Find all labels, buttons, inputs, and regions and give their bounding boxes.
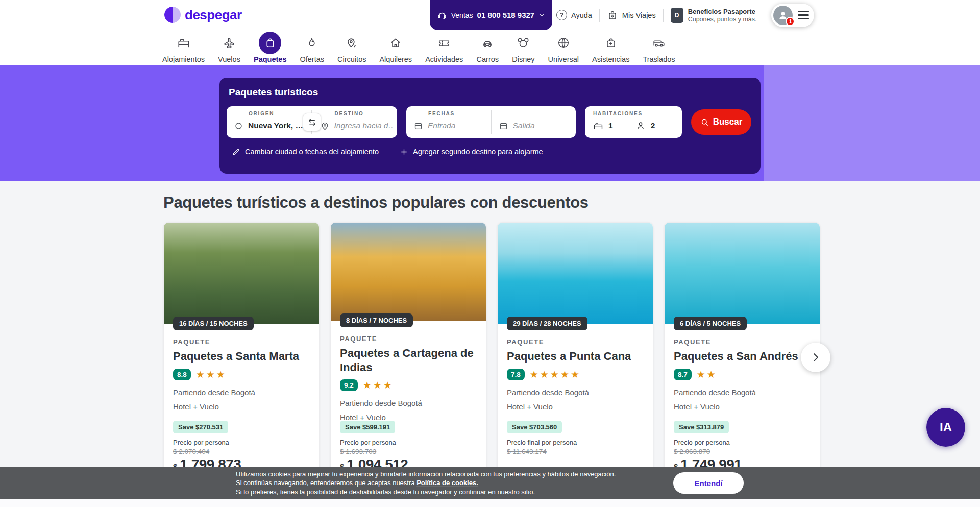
divider: [389, 146, 389, 157]
destination-placeholder: Ingresa hacia d…: [334, 121, 394, 130]
departure-city: Partiendo desde Bogotá: [173, 388, 310, 397]
add-second-destination-link[interactable]: Agregar segundo destino para alojarme: [400, 148, 543, 156]
package-card-cartagena[interactable]: 8 DÍAS / 7 NOCHES PAQUETE Paquetes a Car…: [330, 222, 486, 481]
headset-icon: [437, 10, 447, 20]
nav-item-circuitos[interactable]: Circuitos: [337, 30, 366, 65]
car-icon: [476, 32, 499, 54]
checkin-placeholder: Entrada: [428, 121, 455, 130]
notification-badge: 1: [786, 17, 795, 26]
origin-circle-icon: [234, 121, 243, 131]
nav-item-alquileres[interactable]: Alquileres: [379, 30, 412, 65]
card-photo-san-andres: 6 DÍAS / 5 NOCHES: [665, 223, 820, 324]
nav-label: Alojamientos: [162, 55, 205, 63]
save-badge: Save $270.531: [173, 421, 228, 433]
product-nav: Alojamientos Vuelos Paquetes Ofertas Cir…: [162, 30, 675, 65]
ai-assistant-button[interactable]: IA: [926, 408, 965, 447]
nav-item-disney[interactable]: Disney: [512, 30, 534, 65]
old-price: $ 11.643.174: [507, 448, 644, 455]
departure-city: Partiendo desde Bogotá: [340, 399, 477, 407]
rooms-count: 1: [608, 121, 613, 130]
nav-label: Alquileres: [379, 55, 412, 63]
card-photo-punta-cana: 29 DÍAS / 28 NOCHES: [498, 223, 653, 324]
nav-item-actividades[interactable]: Actividades: [425, 30, 463, 65]
cookie-banner: Utilizamos cookies para mejorar tu exper…: [0, 467, 980, 499]
chevron-right-icon: [810, 351, 822, 364]
old-price: $ 2.063.870: [674, 448, 811, 455]
rating-badge: 9.2: [340, 379, 358, 391]
my-trips-label: Mis Viajes: [622, 11, 656, 19]
nav-item-ofertas[interactable]: Ofertas: [300, 30, 325, 65]
ticket-icon: [433, 32, 455, 54]
search-button[interactable]: Buscar: [691, 109, 751, 135]
nav-item-carros[interactable]: Carros: [476, 30, 499, 65]
nav-item-vuelos[interactable]: Vuelos: [218, 30, 240, 65]
flame-icon: [301, 32, 323, 54]
duration-badge: 16 DÍAS / 15 NOCHES: [173, 317, 254, 330]
rooms-selector[interactable]: HABITACIONES 1 2: [585, 106, 682, 138]
card-category: PAQUETE: [340, 335, 477, 343]
change-city-link[interactable]: Cambiar ciudad o fechas del alojamiento: [232, 148, 379, 156]
hero-decor: [764, 65, 980, 181]
despegar-logo-icon: [164, 7, 181, 23]
hero-banner: Paquetes turísticos ORIGEN Nueva York, N…: [0, 65, 980, 181]
plane-icon: [218, 32, 240, 54]
package-card-santa-marta[interactable]: 16 DÍAS / 15 NOCHES PAQUETE Paquetes a S…: [163, 222, 320, 481]
duration-badge: 29 DÍAS / 28 NOCHES: [507, 317, 587, 330]
divider: [663, 9, 664, 22]
nav-label: Traslados: [643, 55, 675, 63]
package-includes: Hotel + Vuelo: [507, 402, 644, 411]
package-card-san-andres[interactable]: 6 DÍAS / 5 NOCHES PAQUETE Paquetes a San…: [664, 222, 820, 481]
price-label: Precio final por persona: [507, 439, 644, 446]
divider: [599, 9, 600, 22]
origin-field[interactable]: ORIGEN Nueva York, Nu…: [227, 106, 311, 138]
nav-label: Disney: [512, 55, 534, 63]
nav-item-alojamientos[interactable]: Alojamientos: [162, 30, 205, 65]
suitcase-icon: [259, 32, 281, 54]
mickey-icon: [512, 32, 534, 54]
card-title: Paquetes a Santa Marta: [173, 349, 310, 364]
question-icon: ?: [556, 10, 567, 20]
star-rating: ★★: [697, 370, 717, 379]
destination-field[interactable]: DESTINO Ingresa hacia d…: [312, 106, 398, 138]
shuttle-icon: [648, 32, 670, 54]
price-label: Precio por persona: [173, 439, 310, 446]
carousel-next-button[interactable]: [801, 343, 830, 372]
passport-title: Beneficios Pasaporte: [688, 8, 757, 15]
my-trips-link[interactable]: Mis Viajes: [607, 10, 656, 21]
account-menu-button[interactable]: 1: [771, 4, 814, 27]
dates-label: FECHAS: [428, 111, 455, 116]
search-icon: [700, 118, 709, 127]
sales-phone-number: 01 800 518 9327: [477, 11, 535, 19]
checkin-field[interactable]: FECHAS Entrada: [406, 106, 491, 138]
star-rating: ★★★: [363, 380, 394, 390]
destination-label: DESTINO: [335, 111, 364, 116]
bed-small-icon: [593, 120, 603, 131]
hamburger-menu-icon: [798, 11, 809, 19]
nav-item-asistencias[interactable]: Asistencias: [592, 30, 629, 65]
route-pin-icon: [340, 32, 363, 54]
cookie-accept-button[interactable]: Entendí: [673, 472, 744, 494]
duration-badge: 8 DÍAS / 7 NOCHES: [340, 313, 413, 327]
nav-item-paquetes-active[interactable]: Paquetes: [254, 30, 286, 65]
nav-item-traslados[interactable]: Traslados: [643, 30, 675, 65]
search-panel: Paquetes turísticos ORIGEN Nueva York, N…: [219, 78, 761, 174]
nav-label: Carros: [477, 55, 499, 63]
despegar-logo[interactable]: despegar: [164, 7, 242, 23]
checkout-field[interactable]: Salida: [492, 106, 576, 138]
price-label: Precio por persona: [674, 439, 811, 446]
nav-label: Circuitos: [337, 55, 366, 63]
old-price: $ 2.070.404: [173, 448, 310, 455]
sales-phone-button[interactable]: Ventas 01 800 518 9327: [430, 0, 552, 30]
swap-origin-destination-button[interactable]: [303, 113, 321, 131]
origin-value: Nueva York, Nu…: [248, 121, 307, 130]
avatar: 1: [773, 6, 793, 25]
card-title: Paquetes a Cartagena de Indias: [340, 346, 477, 374]
card-photo-cartagena: 8 DÍAS / 7 NOCHES: [331, 223, 486, 321]
plus-icon: [400, 148, 408, 156]
passport-benefits-link[interactable]: D Beneficios Pasaporte Cupones, puntos y…: [671, 8, 757, 23]
package-card-punta-cana[interactable]: 29 DÍAS / 28 NOCHES PAQUETE Paquetes a P…: [497, 222, 653, 481]
help-link[interactable]: ? Ayuda: [556, 10, 592, 20]
card-category: PAQUETE: [507, 338, 644, 346]
nav-item-universal[interactable]: Universal: [548, 30, 579, 65]
cookie-policy-link[interactable]: Política de cookies.: [416, 479, 478, 487]
